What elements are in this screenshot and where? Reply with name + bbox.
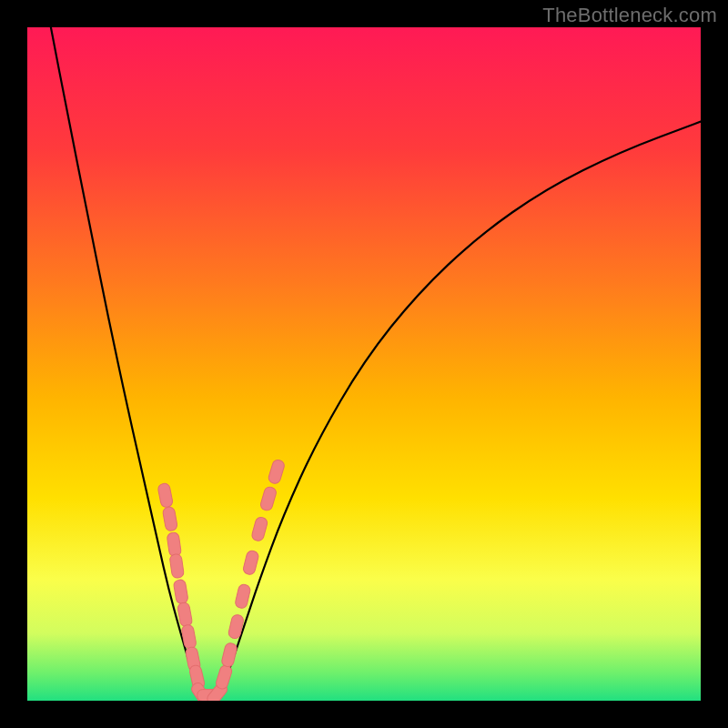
data-marker — [235, 583, 252, 609]
data-marker — [221, 642, 238, 668]
curve-right-branch — [219, 122, 701, 694]
frame-right — [701, 0, 728, 728]
data-marker — [251, 516, 268, 542]
data-marker — [167, 532, 182, 558]
data-marker — [162, 506, 177, 531]
data-marker — [157, 482, 174, 508]
data-marker — [242, 550, 259, 575]
frame-left — [0, 0, 27, 728]
plot-area — [27, 27, 701, 701]
data-marker — [169, 553, 185, 579]
frame-bottom — [0, 701, 728, 728]
data-marker — [215, 664, 233, 691]
curve-layer — [27, 27, 701, 701]
data-marker — [259, 486, 278, 512]
data-marker — [177, 602, 192, 627]
watermark-text: TheBottleneck.com — [542, 4, 717, 27]
chart-stage: TheBottleneck.com — [0, 0, 728, 728]
data-marker — [173, 579, 188, 604]
data-marker — [268, 459, 286, 485]
